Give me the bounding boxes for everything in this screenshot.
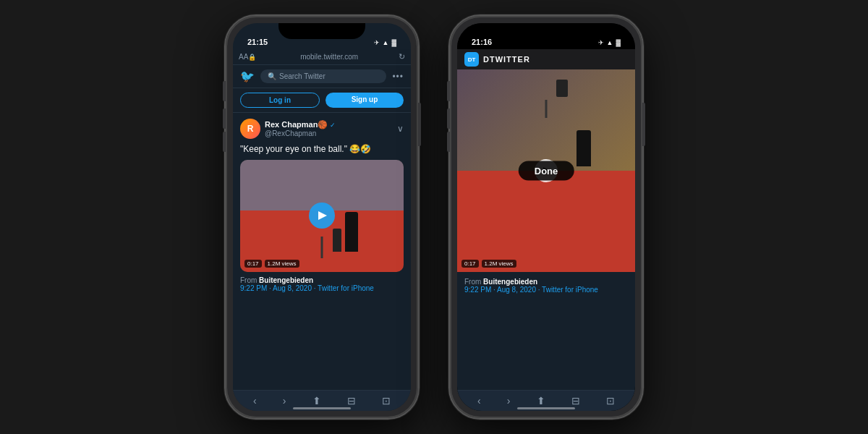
tweet-area: R Rex Chapman🏀 ✓ @RexChapman ∨ "Keep you… xyxy=(233,113,411,390)
tweet-header: R Rex Chapman🏀 ✓ @RexChapman ∨ xyxy=(233,113,411,142)
video-bg-top xyxy=(457,69,635,171)
bookmarks-button-1[interactable]: ⊟ xyxy=(347,395,356,407)
tee-post-2 xyxy=(545,100,548,118)
aa-label[interactable]: AA xyxy=(239,53,248,61)
search-bar[interactable]: 🔍 Search Twitter xyxy=(260,69,386,83)
tabs-button-1[interactable]: ⊡ xyxy=(382,395,391,407)
status-icons-1: ✈ ▲ ▓ xyxy=(374,39,396,46)
video-overlay-2: 0:17 1.2M views xyxy=(461,260,516,268)
search-placeholder: Search Twitter xyxy=(279,72,326,80)
figure-adult xyxy=(345,212,358,252)
video-duration: 0:17 xyxy=(244,260,262,268)
tweet-footer: From Buitengebieden 9:22 PM · Aug 8, 202… xyxy=(233,272,411,295)
bookmarks-button-2[interactable]: ⊟ xyxy=(571,395,580,407)
home-indicator-2 xyxy=(517,407,575,409)
address-bar-1[interactable]: AA 🔒 mobile.twitter.com ↻ xyxy=(233,49,411,65)
author-details: Rex Chapman🏀 ✓ @RexChapman xyxy=(265,120,336,137)
author-handle: @RexChapman xyxy=(265,129,336,137)
tweet-date-2: 9:22 PM · Aug 8, 2020 · Twitter for iPho… xyxy=(464,286,628,294)
back-button-2[interactable]: ‹ xyxy=(477,395,481,407)
done-overlay[interactable]: Done xyxy=(519,161,574,181)
signup-button[interactable]: Sign up xyxy=(326,93,404,108)
airplane-icon: ✈ xyxy=(374,39,380,46)
search-icon: 🔍 xyxy=(268,72,276,80)
twitter-logo-icon[interactable]: 🐦 xyxy=(240,69,255,83)
tabs-button-2[interactable]: ⊡ xyxy=(606,395,615,407)
back-button-1[interactable]: ‹ xyxy=(253,395,257,407)
home-indicator-1 xyxy=(293,407,351,409)
share-button-1[interactable]: ⬆ xyxy=(312,395,321,407)
status-time-1: 21:15 xyxy=(247,38,268,46)
figure-child xyxy=(333,229,341,252)
from-source-2: Buitengebieden xyxy=(483,278,537,286)
tweet-footer-2: From Buitengebieden 9:22 PM · Aug 8, 202… xyxy=(457,272,635,390)
video-overlay: 0:17 1.2M views xyxy=(244,260,299,268)
airplane-icon-2: ✈ xyxy=(598,39,604,46)
video-container[interactable]: 0:17 1.2M views xyxy=(240,160,404,272)
phone-2: 21:16 ✈ ▲ ▓ DT DTWITTER xyxy=(448,14,644,420)
auth-buttons: Log in Sign up xyxy=(233,88,411,113)
app-name: DTWITTER xyxy=(483,55,530,64)
phone-1-screen: 21:15 ✈ ▲ ▓ AA 🔒 mobile.twitter.com ↻ 🐦 … xyxy=(233,23,411,411)
expand-icon[interactable]: ∨ xyxy=(397,124,404,134)
status-time-2: 21:16 xyxy=(472,38,492,46)
from-line: From Buitengebieden xyxy=(240,276,404,284)
twitter-nav-bar: 🐦 🔍 Search Twitter ••• xyxy=(233,65,411,88)
app-icon: DT xyxy=(464,52,479,67)
tweet-text: "Keep your eye on the ball." 😂🤣 xyxy=(233,142,411,160)
phone-2-screen: 21:16 ✈ ▲ ▓ DT DTWITTER xyxy=(457,23,635,411)
phone-1: 21:15 ✈ ▲ ▓ AA 🔒 mobile.twitter.com ↻ 🐦 … xyxy=(224,14,420,420)
from-line-2: From Buitengebieden xyxy=(464,278,628,286)
battery-icon: ▓ xyxy=(391,39,396,46)
figure-standing xyxy=(576,130,591,166)
video-duration-2: 0:17 xyxy=(461,260,479,268)
video-bg-bottom xyxy=(457,171,635,272)
author-name: Rex Chapman🏀 xyxy=(265,120,328,129)
login-button[interactable]: Log in xyxy=(240,93,320,108)
wifi-icon: ▲ xyxy=(383,39,389,46)
video-full-area[interactable]: Done 0:17 1.2M views xyxy=(457,69,635,272)
status-icons-2: ✈ ▲ ▓ xyxy=(598,39,621,46)
wifi-icon-2: ▲ xyxy=(607,39,613,46)
tee-post xyxy=(321,237,323,258)
figure-kneeling xyxy=(556,80,568,97)
verified-icon: ✓ xyxy=(330,122,336,129)
forward-button-1[interactable]: › xyxy=(283,395,286,407)
video-views: 1.2M views xyxy=(265,260,299,268)
reload-icon[interactable]: ↻ xyxy=(399,52,405,61)
share-button-2[interactable]: ⬆ xyxy=(537,395,545,407)
author-info: R Rex Chapman🏀 ✓ @RexChapman xyxy=(240,119,336,139)
notch-1 xyxy=(278,23,365,39)
battery-icon-2: ▓ xyxy=(616,39,621,46)
video-views-2: 1.2M views xyxy=(482,260,516,268)
avatar: R xyxy=(240,119,260,139)
app-title-bar: DT DTWITTER xyxy=(457,49,635,69)
nav-more-icon[interactable]: ••• xyxy=(392,72,404,82)
notch-2 xyxy=(503,23,590,39)
forward-button-2[interactable]: › xyxy=(507,395,511,407)
url-text: mobile.twitter.com xyxy=(260,53,399,61)
play-button[interactable] xyxy=(309,203,335,229)
lock-icon: 🔒 xyxy=(248,54,256,61)
tweet-date: 9:22 PM · Aug 8, 2020 · Twitter for iPho… xyxy=(240,284,404,292)
